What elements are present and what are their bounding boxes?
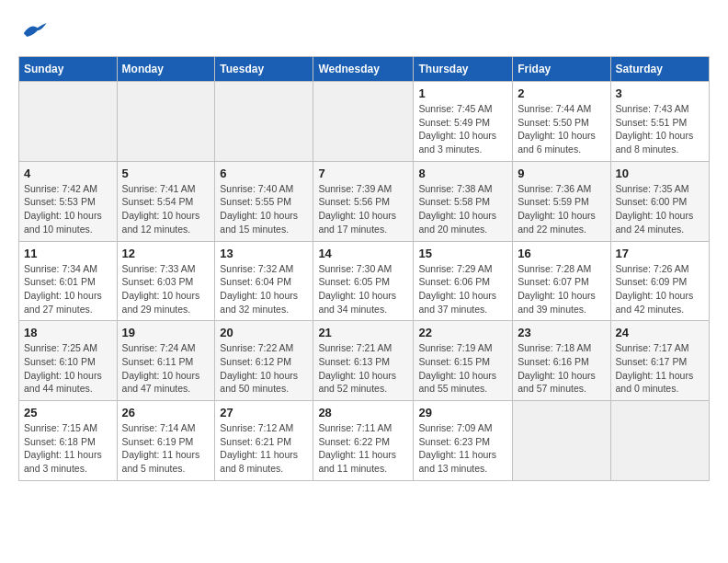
col-header-monday: Monday: [117, 57, 215, 82]
day-number: 2: [518, 86, 605, 100]
day-info: Sunrise: 7:30 AM Sunset: 6:05 PM Dayligh…: [318, 262, 408, 316]
day-number: 28: [318, 406, 408, 419]
calendar-cell: 26Sunrise: 7:14 AM Sunset: 6:19 PM Dayli…: [117, 401, 215, 481]
calendar-cell: 6Sunrise: 7:40 AM Sunset: 5:55 PM Daylig…: [215, 161, 313, 241]
day-info: Sunrise: 7:35 AM Sunset: 6:00 PM Dayligh…: [616, 182, 705, 236]
calendar-week-row: 18Sunrise: 7:25 AM Sunset: 6:10 PM Dayli…: [19, 321, 710, 401]
day-info: Sunrise: 7:34 AM Sunset: 6:01 PM Dayligh…: [24, 262, 112, 316]
calendar-table: SundayMondayTuesdayWednesdayThursdayFrid…: [18, 56, 710, 481]
day-info: Sunrise: 7:22 AM Sunset: 6:12 PM Dayligh…: [220, 341, 308, 396]
calendar-cell: 27Sunrise: 7:12 AM Sunset: 6:21 PM Dayli…: [215, 401, 313, 481]
calendar-cell: 17Sunrise: 7:26 AM Sunset: 6:09 PM Dayli…: [610, 241, 710, 321]
day-number: 1: [418, 86, 507, 100]
calendar-cell: [215, 82, 313, 162]
col-header-tuesday: Tuesday: [215, 57, 313, 82]
calendar-cell: 22Sunrise: 7:19 AM Sunset: 6:15 PM Dayli…: [414, 321, 513, 401]
calendar-cell: 3Sunrise: 7:43 AM Sunset: 5:51 PM Daylig…: [610, 82, 710, 162]
day-number: 11: [24, 247, 112, 260]
calendar-cell: 8Sunrise: 7:38 AM Sunset: 5:58 PM Daylig…: [414, 161, 513, 241]
logo-bird-icon: [20, 18, 48, 41]
day-info: Sunrise: 7:29 AM Sunset: 6:06 PM Dayligh…: [418, 262, 507, 316]
calendar-cell: 23Sunrise: 7:18 AM Sunset: 6:16 PM Dayli…: [513, 321, 610, 401]
calendar-cell: 19Sunrise: 7:24 AM Sunset: 6:11 PM Dayli…: [117, 321, 215, 401]
day-number: 16: [518, 247, 605, 260]
day-number: 29: [418, 406, 507, 419]
calendar-week-row: 25Sunrise: 7:15 AM Sunset: 6:18 PM Dayli…: [19, 401, 710, 481]
day-number: 8: [418, 167, 507, 180]
day-info: Sunrise: 7:40 AM Sunset: 5:55 PM Dayligh…: [220, 182, 308, 236]
day-number: 21: [318, 326, 408, 339]
day-info: Sunrise: 7:28 AM Sunset: 6:07 PM Dayligh…: [518, 262, 605, 316]
day-info: Sunrise: 7:21 AM Sunset: 6:13 PM Dayligh…: [318, 341, 408, 396]
day-number: 18: [24, 326, 112, 339]
calendar-cell: 10Sunrise: 7:35 AM Sunset: 6:00 PM Dayli…: [610, 161, 710, 241]
calendar-cell: 24Sunrise: 7:17 AM Sunset: 6:17 PM Dayli…: [610, 321, 710, 401]
day-number: 15: [418, 247, 507, 260]
day-number: 4: [24, 167, 112, 180]
day-info: Sunrise: 7:26 AM Sunset: 6:09 PM Dayligh…: [616, 262, 705, 316]
calendar-cell: 21Sunrise: 7:21 AM Sunset: 6:13 PM Dayli…: [313, 321, 414, 401]
day-info: Sunrise: 7:15 AM Sunset: 6:18 PM Dayligh…: [24, 421, 112, 476]
logo-text: [18, 18, 48, 47]
calendar-week-row: 1Sunrise: 7:45 AM Sunset: 5:49 PM Daylig…: [19, 82, 710, 162]
calendar-cell: 11Sunrise: 7:34 AM Sunset: 6:01 PM Dayli…: [19, 241, 118, 321]
calendar-cell: 18Sunrise: 7:25 AM Sunset: 6:10 PM Dayli…: [19, 321, 118, 401]
calendar-week-row: 4Sunrise: 7:42 AM Sunset: 5:53 PM Daylig…: [19, 161, 710, 241]
calendar-cell: 25Sunrise: 7:15 AM Sunset: 6:18 PM Dayli…: [19, 401, 118, 481]
day-number: 25: [24, 406, 112, 419]
day-number: 19: [122, 326, 210, 339]
calendar-cell: 13Sunrise: 7:32 AM Sunset: 6:04 PM Dayli…: [215, 241, 313, 321]
day-info: Sunrise: 7:36 AM Sunset: 5:59 PM Dayligh…: [518, 182, 605, 236]
col-header-thursday: Thursday: [414, 57, 513, 82]
day-info: Sunrise: 7:24 AM Sunset: 6:11 PM Dayligh…: [122, 341, 210, 396]
day-info: Sunrise: 7:33 AM Sunset: 6:03 PM Dayligh…: [122, 262, 210, 316]
day-number: 10: [616, 167, 705, 180]
calendar-cell: 28Sunrise: 7:11 AM Sunset: 6:22 PM Dayli…: [313, 401, 414, 481]
day-number: 26: [122, 406, 210, 419]
day-info: Sunrise: 7:09 AM Sunset: 6:23 PM Dayligh…: [418, 421, 507, 476]
calendar-cell: [19, 82, 118, 162]
day-number: 12: [122, 247, 210, 260]
day-info: Sunrise: 7:44 AM Sunset: 5:50 PM Dayligh…: [518, 102, 605, 156]
day-number: 9: [518, 167, 605, 180]
day-info: Sunrise: 7:14 AM Sunset: 6:19 PM Dayligh…: [122, 421, 210, 476]
calendar-cell: [117, 82, 215, 162]
calendar-cell: 20Sunrise: 7:22 AM Sunset: 6:12 PM Dayli…: [215, 321, 313, 401]
day-info: Sunrise: 7:43 AM Sunset: 5:51 PM Dayligh…: [616, 102, 705, 156]
day-info: Sunrise: 7:19 AM Sunset: 6:15 PM Dayligh…: [418, 341, 507, 396]
calendar-cell: 9Sunrise: 7:36 AM Sunset: 5:59 PM Daylig…: [513, 161, 610, 241]
calendar-cell: 14Sunrise: 7:30 AM Sunset: 6:05 PM Dayli…: [313, 241, 414, 321]
day-info: Sunrise: 7:41 AM Sunset: 5:54 PM Dayligh…: [122, 182, 210, 236]
calendar-cell: 12Sunrise: 7:33 AM Sunset: 6:03 PM Dayli…: [117, 241, 215, 321]
day-number: 5: [122, 167, 210, 180]
day-info: Sunrise: 7:25 AM Sunset: 6:10 PM Dayligh…: [24, 341, 112, 396]
day-info: Sunrise: 7:11 AM Sunset: 6:22 PM Dayligh…: [318, 421, 408, 476]
col-header-sunday: Sunday: [19, 57, 118, 82]
calendar-cell: 1Sunrise: 7:45 AM Sunset: 5:49 PM Daylig…: [414, 82, 513, 162]
day-number: 27: [220, 406, 308, 419]
col-header-saturday: Saturday: [610, 57, 710, 82]
calendar-cell: 15Sunrise: 7:29 AM Sunset: 6:06 PM Dayli…: [414, 241, 513, 321]
day-number: 24: [616, 326, 705, 339]
day-info: Sunrise: 7:39 AM Sunset: 5:56 PM Dayligh…: [318, 182, 408, 236]
calendar-header-row: SundayMondayTuesdayWednesdayThursdayFrid…: [19, 57, 710, 82]
day-info: Sunrise: 7:18 AM Sunset: 6:16 PM Dayligh…: [518, 341, 605, 396]
col-header-friday: Friday: [513, 57, 610, 82]
day-number: 14: [318, 247, 408, 260]
day-number: 20: [220, 326, 308, 339]
day-info: Sunrise: 7:17 AM Sunset: 6:17 PM Dayligh…: [616, 341, 705, 396]
day-number: 3: [616, 86, 705, 100]
day-info: Sunrise: 7:38 AM Sunset: 5:58 PM Dayligh…: [418, 182, 507, 236]
calendar-cell: [513, 401, 610, 481]
calendar-cell: [610, 401, 710, 481]
calendar-cell: 16Sunrise: 7:28 AM Sunset: 6:07 PM Dayli…: [513, 241, 610, 321]
calendar-cell: [313, 82, 414, 162]
calendar-cell: 29Sunrise: 7:09 AM Sunset: 6:23 PM Dayli…: [414, 401, 513, 481]
day-number: 22: [418, 326, 507, 339]
day-number: 17: [616, 247, 705, 260]
calendar-cell: 5Sunrise: 7:41 AM Sunset: 5:54 PM Daylig…: [117, 161, 215, 241]
calendar-week-row: 11Sunrise: 7:34 AM Sunset: 6:01 PM Dayli…: [19, 241, 710, 321]
day-number: 23: [518, 326, 605, 339]
day-info: Sunrise: 7:45 AM Sunset: 5:49 PM Dayligh…: [418, 102, 507, 156]
day-number: 13: [220, 247, 308, 260]
